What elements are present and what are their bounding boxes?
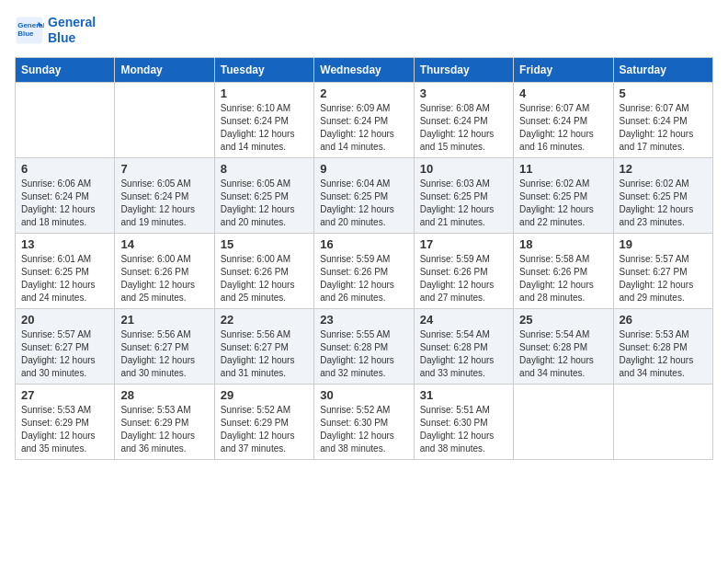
day-number: 4 (519, 86, 607, 100)
calendar-cell: 4Sunrise: 6:07 AM Sunset: 6:24 PM Daylig… (514, 82, 613, 157)
day-number: 20 (21, 313, 108, 327)
day-info: Sunrise: 6:00 AM Sunset: 6:26 PM Dayligh… (120, 253, 208, 304)
calendar-cell: 24Sunrise: 5:54 AM Sunset: 6:28 PM Dayli… (414, 308, 513, 384)
calendar-cell: 21Sunrise: 5:56 AM Sunset: 6:27 PM Dayli… (115, 308, 214, 384)
day-info: Sunrise: 6:01 AM Sunset: 6:25 PM Dayligh… (21, 253, 108, 304)
calendar-cell (16, 82, 115, 157)
day-number: 25 (519, 313, 607, 327)
calendar-cell: 23Sunrise: 5:55 AM Sunset: 6:28 PM Dayli… (314, 308, 414, 384)
calendar-cell: 29Sunrise: 5:52 AM Sunset: 6:29 PM Dayli… (214, 384, 313, 459)
day-info: Sunrise: 5:53 AM Sunset: 6:29 PM Dayligh… (120, 404, 208, 455)
calendar-header-row: SundayMondayTuesdayWednesdayThursdayFrid… (16, 57, 713, 82)
day-info: Sunrise: 6:04 AM Sunset: 6:25 PM Dayligh… (320, 178, 407, 229)
day-info: Sunrise: 6:05 AM Sunset: 6:25 PM Dayligh… (221, 178, 308, 229)
calendar-cell (613, 384, 712, 459)
calendar-cell: 8Sunrise: 6:05 AM Sunset: 6:25 PM Daylig… (214, 157, 313, 233)
day-info: Sunrise: 5:57 AM Sunset: 6:27 PM Dayligh… (21, 328, 108, 380)
day-number: 9 (320, 162, 407, 176)
calendar-cell: 5Sunrise: 6:07 AM Sunset: 6:24 PM Daylig… (613, 82, 712, 157)
day-info: Sunrise: 5:58 AM Sunset: 6:26 PM Dayligh… (519, 253, 607, 304)
day-info: Sunrise: 5:57 AM Sunset: 6:27 PM Dayligh… (620, 253, 707, 304)
weekday-header-saturday: Saturday (613, 57, 712, 82)
day-info: Sunrise: 6:02 AM Sunset: 6:25 PM Dayligh… (620, 178, 707, 229)
day-number: 17 (420, 237, 507, 251)
calendar-cell: 15Sunrise: 6:00 AM Sunset: 6:26 PM Dayli… (214, 233, 313, 308)
day-number: 6 (21, 162, 108, 176)
day-number: 13 (21, 237, 108, 251)
calendar-week-row: 6Sunrise: 6:06 AM Sunset: 6:24 PM Daylig… (16, 157, 713, 233)
calendar-cell: 13Sunrise: 6:01 AM Sunset: 6:25 PM Dayli… (16, 233, 115, 308)
day-number: 28 (120, 388, 208, 402)
day-number: 22 (221, 313, 308, 327)
weekday-header-friday: Friday (514, 57, 613, 82)
day-number: 12 (620, 162, 707, 176)
day-info: Sunrise: 6:00 AM Sunset: 6:26 PM Dayligh… (221, 253, 308, 304)
day-number: 16 (320, 237, 407, 251)
day-info: Sunrise: 5:56 AM Sunset: 6:27 PM Dayligh… (120, 328, 208, 380)
day-number: 11 (519, 162, 607, 176)
day-number: 3 (420, 86, 507, 100)
calendar-cell: 19Sunrise: 5:57 AM Sunset: 6:27 PM Dayli… (613, 233, 712, 308)
day-info: Sunrise: 5:51 AM Sunset: 6:30 PM Dayligh… (420, 404, 507, 455)
calendar-cell: 10Sunrise: 6:03 AM Sunset: 6:25 PM Dayli… (414, 157, 513, 233)
day-number: 24 (420, 313, 507, 327)
day-info: Sunrise: 6:06 AM Sunset: 6:24 PM Dayligh… (21, 178, 108, 229)
calendar-cell: 20Sunrise: 5:57 AM Sunset: 6:27 PM Dayli… (16, 308, 115, 384)
day-info: Sunrise: 6:02 AM Sunset: 6:25 PM Dayligh… (519, 178, 607, 229)
svg-text:Blue: Blue (17, 29, 34, 38)
calendar-week-row: 27Sunrise: 5:53 AM Sunset: 6:29 PM Dayli… (16, 384, 713, 459)
day-info: Sunrise: 6:07 AM Sunset: 6:24 PM Dayligh… (519, 102, 607, 154)
day-number: 31 (420, 388, 507, 402)
day-number: 30 (320, 388, 407, 402)
day-info: Sunrise: 5:54 AM Sunset: 6:28 PM Dayligh… (519, 328, 607, 380)
day-number: 5 (620, 86, 707, 100)
day-info: Sunrise: 5:53 AM Sunset: 6:29 PM Dayligh… (21, 404, 108, 455)
day-info: Sunrise: 6:10 AM Sunset: 6:24 PM Dayligh… (221, 102, 308, 154)
calendar-cell: 18Sunrise: 5:58 AM Sunset: 6:26 PM Dayli… (514, 233, 613, 308)
calendar-cell (514, 384, 613, 459)
day-number: 2 (320, 86, 407, 100)
calendar-cell: 28Sunrise: 5:53 AM Sunset: 6:29 PM Dayli… (115, 384, 214, 459)
calendar-week-row: 20Sunrise: 5:57 AM Sunset: 6:27 PM Dayli… (16, 308, 713, 384)
weekday-header-tuesday: Tuesday (214, 57, 313, 82)
day-info: Sunrise: 5:52 AM Sunset: 6:30 PM Dayligh… (320, 404, 407, 455)
day-number: 1 (221, 86, 308, 100)
calendar-cell: 9Sunrise: 6:04 AM Sunset: 6:25 PM Daylig… (314, 157, 414, 233)
day-info: Sunrise: 6:03 AM Sunset: 6:25 PM Dayligh… (420, 178, 507, 229)
calendar-cell: 1Sunrise: 6:10 AM Sunset: 6:24 PM Daylig… (214, 82, 313, 157)
day-info: Sunrise: 5:56 AM Sunset: 6:27 PM Dayligh… (221, 328, 308, 380)
weekday-header-sunday: Sunday (16, 57, 115, 82)
day-info: Sunrise: 5:54 AM Sunset: 6:28 PM Dayligh… (420, 328, 507, 380)
day-info: Sunrise: 6:07 AM Sunset: 6:24 PM Dayligh… (620, 102, 707, 154)
calendar-cell: 31Sunrise: 5:51 AM Sunset: 6:30 PM Dayli… (414, 384, 513, 459)
calendar-cell: 17Sunrise: 5:59 AM Sunset: 6:26 PM Dayli… (414, 233, 513, 308)
day-number: 29 (221, 388, 308, 402)
weekday-header-thursday: Thursday (414, 57, 513, 82)
calendar-week-row: 13Sunrise: 6:01 AM Sunset: 6:25 PM Dayli… (16, 233, 713, 308)
calendar-cell: 6Sunrise: 6:06 AM Sunset: 6:24 PM Daylig… (16, 157, 115, 233)
weekday-header-wednesday: Wednesday (314, 57, 414, 82)
calendar-cell: 12Sunrise: 6:02 AM Sunset: 6:25 PM Dayli… (613, 157, 712, 233)
calendar-week-row: 1Sunrise: 6:10 AM Sunset: 6:24 PM Daylig… (16, 82, 713, 157)
calendar-cell: 27Sunrise: 5:53 AM Sunset: 6:29 PM Dayli… (16, 384, 115, 459)
day-info: Sunrise: 5:52 AM Sunset: 6:29 PM Dayligh… (221, 404, 308, 455)
day-number: 19 (620, 237, 707, 251)
day-number: 23 (320, 313, 407, 327)
day-info: Sunrise: 5:53 AM Sunset: 6:28 PM Dayligh… (620, 328, 707, 380)
day-info: Sunrise: 6:09 AM Sunset: 6:24 PM Dayligh… (320, 102, 407, 154)
calendar-cell: 11Sunrise: 6:02 AM Sunset: 6:25 PM Dayli… (514, 157, 613, 233)
day-number: 27 (21, 388, 108, 402)
calendar-table: SundayMondayTuesdayWednesdayThursdayFrid… (15, 57, 713, 460)
logo: General Blue General Blue (15, 15, 96, 46)
day-number: 18 (519, 237, 607, 251)
calendar-cell: 16Sunrise: 5:59 AM Sunset: 6:26 PM Dayli… (314, 233, 414, 308)
day-info: Sunrise: 6:08 AM Sunset: 6:24 PM Dayligh… (420, 102, 507, 154)
day-number: 21 (120, 313, 208, 327)
day-number: 14 (120, 237, 208, 251)
calendar-cell (115, 82, 214, 157)
day-number: 10 (420, 162, 507, 176)
header: General Blue General Blue (15, 15, 713, 46)
calendar-cell: 22Sunrise: 5:56 AM Sunset: 6:27 PM Dayli… (214, 308, 313, 384)
day-info: Sunrise: 6:05 AM Sunset: 6:24 PM Dayligh… (120, 178, 208, 229)
calendar-cell: 7Sunrise: 6:05 AM Sunset: 6:24 PM Daylig… (115, 157, 214, 233)
